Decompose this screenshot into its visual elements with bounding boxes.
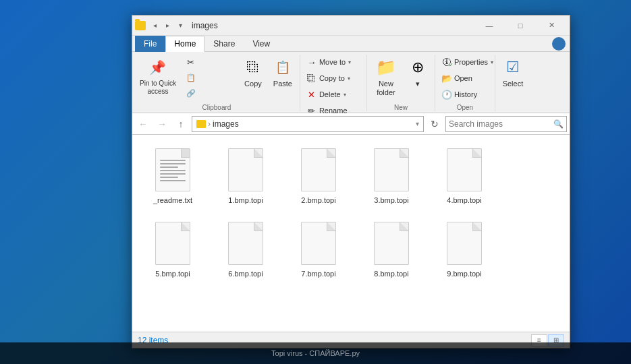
file-name: 8.bmp.topi — [374, 270, 408, 278]
file-item[interactable]: _readme.txt — [139, 142, 207, 210]
copy-icon: ⿻ — [242, 57, 264, 78]
file-icon-wrap — [444, 220, 485, 267]
desktop: ◂ ▸ ▾ images — □ ✕ File Home Share View — [0, 0, 631, 364]
file-item[interactable]: 8.bmp.topi — [358, 215, 425, 283]
move-to-label: Move to — [319, 58, 346, 66]
paste-label: Paste — [273, 80, 292, 88]
file-name: _readme.txt — [153, 196, 192, 205]
ribbon: File Home Share View 📌 Pin to Quickacces… — [132, 36, 570, 113]
file-item[interactable]: 4.bmp.topi — [431, 142, 498, 210]
path-separator: › — [208, 119, 211, 129]
open-icon: 📂 — [441, 73, 452, 84]
paste-shortcut-button[interactable]: 🔗 — [182, 86, 236, 100]
file-item[interactable]: 6.bmp.topi — [212, 215, 279, 283]
forward-button[interactable]: → — [154, 116, 170, 132]
move-to-icon: → — [306, 57, 317, 67]
search-box[interactable]: 🔍 — [445, 116, 567, 132]
doc-icon — [447, 222, 482, 265]
move-to-button[interactable]: → Move to ▾ — [303, 55, 364, 69]
copy-to-button[interactable]: ⿻ Copy to ▾ — [303, 71, 364, 86]
copy-label: Copy — [244, 80, 262, 88]
open-items: 🛈 ✓ Properties ▾ 📂 Open — [438, 55, 492, 102]
select-items: ☑ Select — [498, 55, 528, 102]
minimize-button[interactable]: — — [474, 16, 505, 36]
doc-icon — [301, 222, 336, 265]
new-folder-icon: 📁 — [375, 57, 397, 78]
ribbon-tabs: File Home Share View — [132, 36, 570, 52]
file-item[interactable]: 5.bmp.topi — [139, 215, 207, 283]
search-icon[interactable]: 🔍 — [553, 119, 564, 129]
cut-button[interactable]: ✂ — [182, 55, 236, 69]
select-group-label — [498, 102, 528, 111]
properties-button[interactable]: 🛈 ✓ Properties ▾ — [438, 55, 492, 69]
move-to-chevron: ▾ — [348, 59, 351, 65]
file-icon-wrap — [371, 220, 412, 267]
file-name: 2.bmp.topi — [301, 196, 335, 205]
file-name: 1.bmp.topi — [228, 196, 263, 205]
file-area: _readme.txt1.bmp.topi2.bmp.topi3.bmp.top… — [132, 135, 570, 332]
txt-icon — [155, 148, 190, 191]
window-title: images — [189, 21, 474, 30]
search-input[interactable] — [449, 119, 551, 129]
file-name: 9.bmp.topi — [447, 270, 481, 278]
file-name: 6.bmp.topi — [228, 270, 263, 278]
history-button[interactable]: 🕐 History — [438, 87, 492, 102]
delete-button[interactable]: ✕ Delete ▾ — [303, 87, 364, 102]
title-bar-icons: ◂ ▸ ▾ — [135, 20, 186, 32]
file-item[interactable]: 9.bmp.topi — [431, 215, 498, 283]
close-button[interactable]: ✕ — [536, 16, 567, 36]
tab-home[interactable]: Home — [165, 36, 204, 52]
maximize-button[interactable]: □ — [505, 16, 536, 36]
file-icon-wrap — [225, 146, 266, 193]
ribbon-group-open: 🛈 ✓ Properties ▾ 📂 Open — [435, 55, 495, 111]
forward-btn-title[interactable]: ▸ — [161, 20, 173, 32]
open-label: Open — [454, 74, 472, 82]
history-label: History — [454, 90, 477, 98]
quick-access-btns: ◂ ▸ ▾ — [148, 20, 186, 32]
up-button[interactable]: ↑ — [173, 116, 189, 132]
back-button[interactable]: ← — [135, 116, 151, 132]
file-item[interactable]: 2.bmp.topi — [285, 142, 352, 210]
tab-file[interactable]: File — [135, 36, 165, 52]
title-bar: ◂ ▸ ▾ images — □ ✕ — [132, 16, 570, 36]
doc-icon — [374, 148, 409, 191]
delete-label: Delete — [319, 90, 341, 98]
new-item-button[interactable]: ⊕ ▾ — [404, 55, 432, 90]
history-icon: 🕐 — [441, 89, 452, 100]
new-folder-button[interactable]: 📁 Newfolder — [370, 55, 402, 99]
file-name: 3.bmp.topi — [374, 196, 408, 205]
clipboard-items: 📌 Pin to Quickaccess ✂ 📋 — [136, 55, 297, 102]
file-item[interactable]: 1.bmp.topi — [212, 142, 279, 210]
tab-share[interactable]: Share — [204, 36, 244, 52]
open-button[interactable]: 📂 Open — [438, 71, 492, 86]
pin-icon: 📌 — [147, 57, 169, 78]
open-group-label: Open — [438, 102, 492, 111]
pin-quick-access-button[interactable]: 📌 Pin to Quickaccess — [136, 55, 180, 98]
cut-icon: ✂ — [186, 57, 196, 67]
properties-icon: 🛈 ✓ — [441, 57, 452, 67]
file-icon-wrap — [153, 220, 193, 267]
taskbar-text: Topi virus - СПАЙВАРЕ.ру — [271, 349, 360, 357]
new-folder-label: Newfolder — [377, 80, 395, 97]
new-item-label: ▾ — [416, 80, 420, 88]
paste-button[interactable]: 📋 Paste — [269, 55, 297, 90]
select-button[interactable]: ☑ Select — [498, 55, 528, 90]
window-controls: — □ ✕ — [474, 16, 567, 36]
address-path[interactable]: › images ▾ — [192, 116, 424, 132]
properties-chevron: ▾ — [491, 59, 493, 65]
copy-path-button[interactable]: 📋 — [182, 70, 236, 85]
taskbar: Topi virus - СПАЙВАРЕ.ру — [0, 342, 631, 364]
refresh-button[interactable]: ↻ — [427, 116, 443, 132]
back-btn-title[interactable]: ◂ — [148, 20, 161, 32]
dropdown-btn-title[interactable]: ▾ — [174, 20, 186, 32]
new-group-label: New — [370, 102, 432, 111]
copy-button[interactable]: ⿻ Copy — [239, 55, 267, 90]
file-item[interactable]: 3.bmp.topi — [358, 142, 425, 210]
file-item[interactable]: 7.bmp.topi — [285, 215, 352, 283]
delete-chevron: ▾ — [344, 92, 346, 98]
select-icon: ☑ — [502, 57, 524, 78]
tab-view[interactable]: View — [244, 36, 279, 52]
help-button[interactable] — [552, 37, 566, 51]
doc-icon — [447, 148, 482, 191]
folder-icon — [135, 21, 146, 30]
